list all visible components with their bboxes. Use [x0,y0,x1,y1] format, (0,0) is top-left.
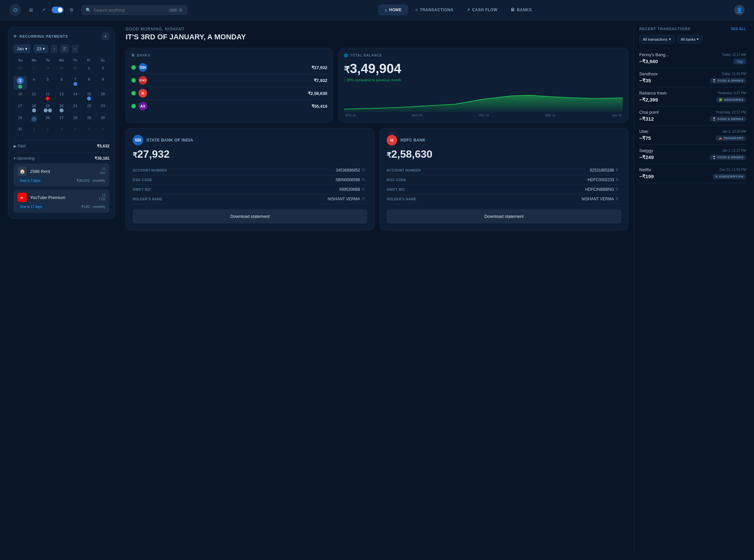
filter-banks-select[interactable]: All banks ▾ [677,35,703,44]
calendar-cell[interactable]: 30 [69,65,82,75]
avatar[interactable]: 👤 [734,5,745,15]
txn-amount: −₹75 [639,135,651,141]
txn-date: Yesterday, 5:37 PM [718,91,746,95]
calendar-cell[interactable]: 31 [14,126,27,136]
copy-hdfc-swift-icon[interactable]: ⎘ [616,187,621,192]
calendar-cell[interactable]: 26 [14,65,27,75]
calendar-cell[interactable]: 11 [27,91,41,102]
upcoming-header[interactable]: ▾ Upcoming ₹36,161 [14,156,110,161]
home-icon: ⌂ [384,7,387,12]
sbi-swift-row: SWIFT BIC 6895206BB ⎘ [133,185,368,194]
txn-tag-label[interactable]: Tag [734,59,746,64]
greeting-section: GOOD MORNING, NISHANT IT'S 3RD OF JANUAR… [126,27,628,41]
add-recurring-button[interactable]: + [101,33,110,40]
calendar-cell[interactable]: 16 [96,91,110,102]
search-input[interactable] [94,7,166,13]
main-layout: ⟳ RECURRING PAYMENTS + Jan ▾ 23 ▾ ‹ ☰ › [0,20,754,560]
calendar-cell[interactable]: 27 [27,65,41,75]
settings-icon[interactable]: ⚙ [67,5,76,15]
calendar-cell[interactable]: 15G [83,91,96,102]
calendar-cell[interactable]: 9 [96,76,110,90]
calendar-cell[interactable]: 12▶ [41,91,54,102]
copy-swift-icon[interactable]: ⎘ [362,187,368,192]
txn-name: Sendhoor [639,72,658,76]
hdfc-download-button[interactable]: Download statement [386,209,621,223]
calendar-cell[interactable]: 1 [83,65,96,75]
calendar-cell[interactable]: 14 [69,91,82,102]
calendar-cell[interactable]: 4 [27,76,41,90]
tab-banks[interactable]: 🏛 BANKS [505,5,538,15]
calendar-cell[interactable]: 2 [41,126,54,136]
filter-transactions-select[interactable]: All transactions ▾ [639,35,675,44]
banks-title: 🏛 BANKS [131,54,328,57]
copy-ifsc-icon[interactable]: ⎘ [362,177,368,182]
transaction-item-6: NetflixDec 31, 11:59 PM−₹199NSUBSCRIPTIO… [639,164,746,183]
see-all-button[interactable]: SEE ALL [731,27,746,31]
tab-transactions[interactable]: ≡ TRANSACTIONS [410,5,459,15]
calendar-cell[interactable]: 17 [14,102,27,114]
grid-icon[interactable]: ⊞ [26,5,36,15]
calendar-cell[interactable]: 24 [14,114,27,125]
txn-amount: −₹35 [639,78,651,84]
calendar-cell[interactable]: 25 [27,114,41,125]
sbi-download-button[interactable]: Download statement [133,209,368,223]
calendar-prev[interactable]: ‹ [51,45,58,53]
sbi-ifsc-row: IFSC CODE SBIN0006586 ⎘ [133,175,368,185]
calendar-cell[interactable]: 3 [55,126,68,136]
calendar-next[interactable]: › [72,45,78,53]
hdfc-detail-card: H HDFC BANK ₹2,58,630 ACCOUNT NUMBER 925… [380,128,628,231]
tag-icon: N [715,175,718,178]
paid-section: ▶ Paid ₹5,632 [14,140,110,148]
calendar-cell[interactable]: 5 [41,76,54,90]
calendar-cell[interactable]: 8 [83,76,96,90]
calendar-cell[interactable]: 1 [27,126,41,136]
calendar-cell[interactable]: 23 [96,102,110,114]
calendar-cell[interactable]: 5 [83,126,96,136]
paid-header[interactable]: ▶ Paid ₹5,632 [14,144,110,148]
calendar-cell[interactable]: 28 [69,114,82,125]
copy-hdfc-account-icon[interactable]: ⎘ [616,167,621,173]
search-bar[interactable]: 🔍 cmd k [81,5,187,15]
copy-holder-icon[interactable]: ⎘ [362,196,368,202]
year-select[interactable]: 23 ▾ [34,44,48,53]
calendar-cell[interactable]: 28 [41,65,54,75]
calendar-cell[interactable]: 27 [55,114,68,125]
tab-cashflow[interactable]: ↗ CASH FLOW [461,5,504,15]
month-select[interactable]: Jan ▾ [14,44,31,53]
calendar-cell[interactable]: 19·· [41,102,54,114]
sbi-logo: SBI [139,63,147,72]
calendar-cell[interactable]: 18· [27,102,41,114]
calendar-week-5: 31123456 [14,126,110,136]
calendar-cell[interactable]: 29 [55,65,68,75]
filter-row: All transactions ▾ All banks ▾ [639,35,746,44]
calendar-cell[interactable]: 2 [96,65,110,75]
nav-icons: ⊞ ↗ ⚙ [26,5,76,15]
icici-check: ✓ [131,78,136,83]
calendar-cell[interactable]: 29 [83,114,96,125]
calendar-cell[interactable]: 30 [96,114,110,125]
calendar-cell[interactable]: 3S [14,76,27,90]
calendar-cell[interactable]: 26 [41,114,54,125]
calendar-cell[interactable]: 13 [55,91,68,102]
calendar-cell[interactable]: 7⌂ [69,76,82,90]
calendar-cell[interactable]: 21 [69,102,82,114]
calendar-cell[interactable]: 6 [96,126,110,136]
copy-hdfc-ifsc-icon[interactable]: ⎘ [616,177,621,182]
calendar-cell[interactable]: 4 [69,126,82,136]
rent-icon: 🏠 [18,167,27,176]
tab-home[interactable]: ⌂ HOME [378,5,408,15]
transaction-item-0: Fenny's Bang...Today, 11:17 AM−₹3,940Tag [639,49,746,68]
copy-account-icon[interactable]: ⎘ [362,167,368,173]
greeting-sub: GOOD MORNING, NISHANT [126,27,628,32]
calendar-cell[interactable]: 20· [55,102,68,114]
calendar-cell[interactable]: 22 [83,102,96,114]
calendar-today[interactable]: ☰ [60,45,69,53]
calendar-cell[interactable]: 10 [14,91,27,102]
calendar-cell[interactable]: 6 [55,76,68,90]
toggle-switch[interactable] [52,7,63,13]
copy-hdfc-holder-icon[interactable]: ⎘ [616,196,621,202]
txn-tag: 🍷FOOD & DRINKS [710,78,746,83]
arrow-icon[interactable]: ↗ [39,5,48,15]
txn-name: Reliance fresh [639,91,667,96]
transactions-icon: ≡ [415,7,418,12]
